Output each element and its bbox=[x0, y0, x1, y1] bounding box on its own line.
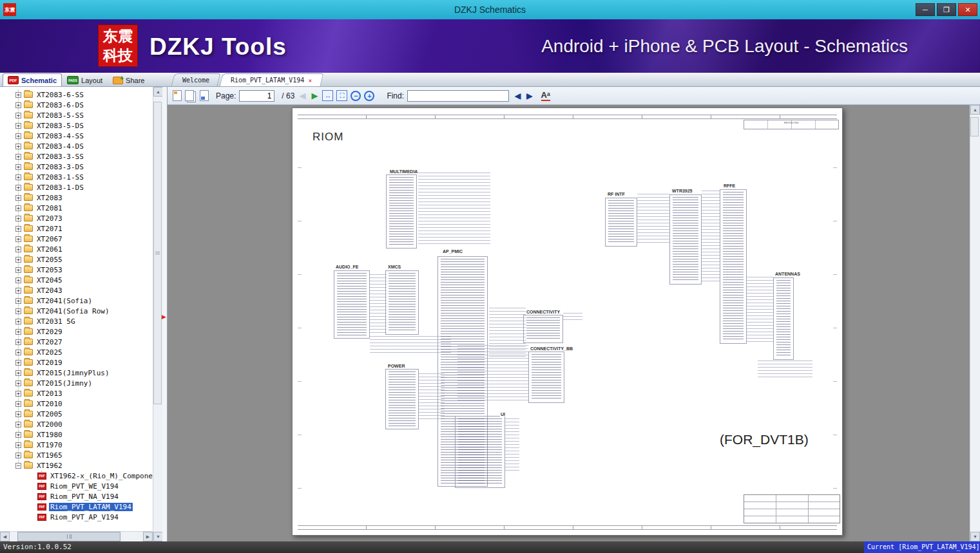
scrollbar-thumb[interactable] bbox=[17, 532, 120, 541]
expand-icon[interactable]: + bbox=[15, 319, 21, 324]
tree-folder-row[interactable]: + XT2071 bbox=[0, 223, 153, 234]
tree-folder-row[interactable]: + XT2073 bbox=[0, 213, 153, 223]
tree-folder-row[interactable]: + XT2010 bbox=[0, 398, 153, 409]
sidebar-vertical-scrollbar[interactable]: ▲ ▼ bbox=[153, 87, 162, 541]
expand-icon[interactable]: + bbox=[15, 195, 21, 201]
expand-icon[interactable]: + bbox=[15, 339, 21, 345]
tab-layout[interactable]: PADS Layout bbox=[62, 73, 108, 86]
tree-folder-row[interactable]: + XT2083-6-SS bbox=[0, 89, 153, 100]
expand-icon[interactable]: + bbox=[15, 185, 21, 191]
scrollbar-track[interactable] bbox=[970, 115, 980, 532]
tree-folder-row[interactable]: + XT2015(Jimny) bbox=[0, 378, 153, 388]
tree-folder-row[interactable]: + XT2081 bbox=[0, 203, 153, 213]
expand-icon[interactable]: + bbox=[15, 329, 21, 335]
expand-icon[interactable]: + bbox=[15, 267, 21, 273]
expand-icon[interactable]: + bbox=[15, 360, 21, 366]
book-view-icon[interactable] bbox=[200, 90, 209, 101]
tree-folder-row[interactable]: + XT2025 bbox=[0, 347, 153, 357]
expand-icon[interactable]: + bbox=[15, 380, 21, 386]
expand-icon[interactable]: + bbox=[15, 257, 21, 263]
expand-icon[interactable]: + bbox=[15, 226, 21, 232]
tree-folder-row[interactable]: + XT2000 bbox=[0, 419, 153, 429]
viewport-vertical-scrollbar[interactable]: ▲ ▼ bbox=[970, 105, 980, 541]
scrollbar-thumb[interactable] bbox=[153, 102, 162, 404]
scroll-up-icon[interactable]: ▲ bbox=[970, 105, 980, 115]
expand-icon[interactable]: + bbox=[15, 432, 21, 438]
page-number-input[interactable] bbox=[239, 90, 274, 102]
scroll-down-icon[interactable]: ▼ bbox=[970, 532, 980, 541]
expand-icon[interactable]: + bbox=[15, 411, 21, 417]
tree-folder-row[interactable]: + XT2083-5-SS bbox=[0, 110, 153, 120]
tree-folder-row[interactable]: + XT2083-4-SS bbox=[0, 131, 153, 141]
tab-schematic[interactable]: PDF Schematic bbox=[3, 73, 62, 86]
tree-folder-row[interactable]: + XT2083-6-DS bbox=[0, 100, 153, 110]
expand-icon[interactable]: + bbox=[15, 288, 21, 294]
sidebar-splitter[interactable]: ▶ bbox=[162, 87, 167, 541]
tree-folder-row[interactable]: + XT2083 bbox=[0, 192, 153, 203]
tree-file-row[interactable]: PDF Riom_PVT_AP_V194 bbox=[0, 512, 153, 522]
tree-folder-row[interactable]: + XT1980 bbox=[0, 429, 153, 440]
tree-folder-row[interactable]: + XT1970 bbox=[0, 440, 153, 450]
splitter-arrow-icon[interactable]: ▶ bbox=[162, 314, 166, 320]
find-next-icon[interactable]: ▶ bbox=[526, 91, 532, 100]
tree-folder-row[interactable]: + XT2029 bbox=[0, 326, 153, 337]
tree-folder-row[interactable]: + XT2067 bbox=[0, 234, 153, 244]
expand-icon[interactable]: + bbox=[15, 442, 21, 448]
scrollbar-track[interactable] bbox=[10, 532, 143, 541]
scroll-right-icon[interactable]: ▶ bbox=[143, 532, 153, 541]
expand-icon[interactable]: + bbox=[15, 298, 21, 304]
expand-icon[interactable]: + bbox=[15, 123, 21, 129]
expand-icon[interactable]: + bbox=[15, 391, 21, 397]
expand-icon[interactable]: + bbox=[15, 102, 21, 108]
tree-folder-row[interactable]: + XT2053 bbox=[0, 265, 153, 275]
maximize-button[interactable]: ❐ bbox=[937, 3, 956, 16]
tree-folder-row[interactable]: + XT2061 bbox=[0, 244, 153, 254]
tree-folder-row[interactable]: + XT2045 bbox=[0, 275, 153, 285]
zoom-out-button[interactable]: − bbox=[351, 91, 361, 101]
expand-icon[interactable]: + bbox=[15, 216, 21, 221]
tree-folder-row[interactable]: + XT2041(Sofia) bbox=[0, 295, 153, 306]
tree-file-row[interactable]: PDF Riom_PVT_WE_V194 bbox=[0, 481, 153, 491]
expand-icon[interactable]: + bbox=[15, 164, 21, 170]
zoom-in-button[interactable]: + bbox=[364, 91, 374, 101]
close-button[interactable]: ✕ bbox=[958, 3, 977, 16]
scroll-left-icon[interactable]: ◀ bbox=[0, 532, 10, 541]
tree-folder-row[interactable]: + XT1965 bbox=[0, 450, 153, 460]
fit-width-button[interactable]: ↔ bbox=[322, 90, 333, 101]
fit-page-button[interactable]: ⛶ bbox=[336, 90, 347, 101]
tree-file-row[interactable]: PDF Riom_PVT_NA_V194 bbox=[0, 491, 153, 501]
tree-folder-row[interactable]: − XT1962 bbox=[0, 460, 153, 471]
expand-icon[interactable]: + bbox=[15, 174, 21, 180]
expand-icon[interactable]: + bbox=[15, 247, 21, 252]
expand-icon[interactable]: + bbox=[15, 277, 21, 283]
expand-icon[interactable]: + bbox=[15, 401, 21, 407]
find-previous-icon[interactable]: ◀ bbox=[515, 91, 521, 100]
expand-icon[interactable]: + bbox=[15, 422, 21, 427]
tab-welcome[interactable]: Welcome bbox=[171, 73, 221, 86]
facing-pages-view-icon[interactable] bbox=[185, 90, 194, 101]
minimize-button[interactable]: ─ bbox=[916, 3, 935, 16]
scrollbar-track[interactable] bbox=[153, 97, 162, 532]
tree-folder-row[interactable]: + XT2019 bbox=[0, 357, 153, 368]
tree-folder-row[interactable]: + XT2015(JimnyPlus) bbox=[0, 368, 153, 378]
tree-file-row[interactable]: PDF Riom_PVT_LATAM_V194 bbox=[0, 501, 153, 512]
tree-folder-row[interactable]: + XT2083-1-SS bbox=[0, 172, 153, 182]
tree-folder-row[interactable]: + XT2031 5G bbox=[0, 316, 153, 326]
expand-icon[interactable]: + bbox=[15, 205, 21, 211]
tab-close-icon[interactable]: ✕ bbox=[309, 75, 312, 87]
expand-icon[interactable]: + bbox=[15, 236, 21, 242]
scrollbar-thumb[interactable] bbox=[970, 117, 979, 136]
tree-folder-row[interactable]: + XT2083-3-DS bbox=[0, 162, 153, 172]
next-page-button[interactable]: ▶ bbox=[311, 91, 318, 100]
pdf-viewport[interactable]: RIOM REVISIONS MULTIMEDIA AP_PMIC AUDIO_… bbox=[168, 105, 970, 541]
tab-share[interactable]: + Share bbox=[108, 73, 149, 86]
tree-folder-row[interactable]: + XT2055 bbox=[0, 254, 153, 265]
expand-icon[interactable]: + bbox=[15, 113, 21, 118]
expand-icon[interactable]: + bbox=[15, 154, 21, 160]
previous-page-button[interactable]: ◀ bbox=[299, 91, 305, 100]
font-size-icon[interactable]: Aᵃ bbox=[541, 91, 550, 101]
expand-icon[interactable]: + bbox=[15, 144, 21, 149]
tree-file-row[interactable]: PDF XT1962-x_(Rio_M)_Componer bbox=[0, 471, 153, 481]
expand-icon[interactable]: + bbox=[15, 133, 21, 139]
tree-folder-row[interactable]: + XT2027 bbox=[0, 337, 153, 347]
